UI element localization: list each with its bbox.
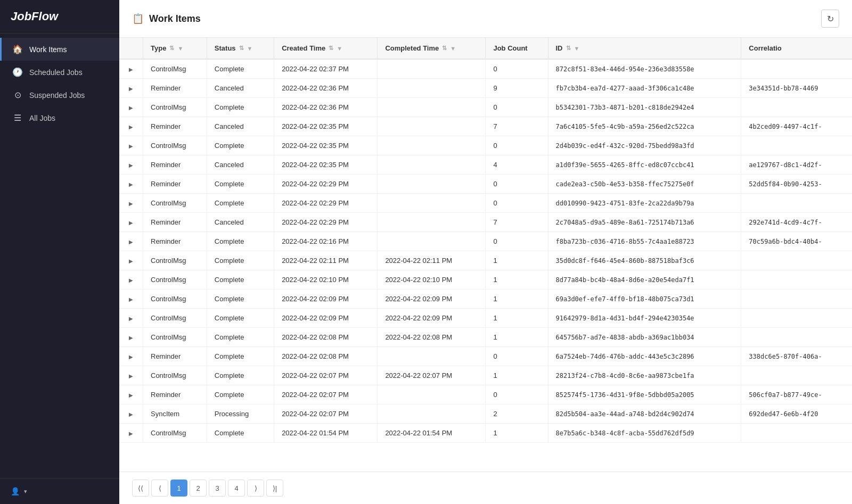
expand-button[interactable]: ▶ bbox=[127, 372, 135, 380]
expand-cell[interactable]: ▶ bbox=[119, 175, 143, 194]
pagination-page-3[interactable]: 3 bbox=[209, 480, 226, 497]
type-cell: Reminder bbox=[143, 155, 207, 175]
sidebar-item-label: Scheduled Jobs bbox=[29, 68, 83, 77]
expand-button[interactable]: ▶ bbox=[127, 180, 135, 188]
sort-icon[interactable]: ⇅ bbox=[169, 45, 174, 52]
status-cell: Complete bbox=[207, 232, 274, 251]
page-title: Work Items bbox=[149, 13, 201, 24]
col-type[interactable]: Type ⇅ ▼ bbox=[143, 38, 207, 59]
filter-icon[interactable]: ▼ bbox=[337, 45, 342, 52]
expand-cell[interactable]: ▶ bbox=[119, 385, 143, 404]
expand-button[interactable]: ▶ bbox=[127, 238, 135, 246]
expand-cell[interactable]: ▶ bbox=[119, 290, 143, 309]
expand-button[interactable]: ▶ bbox=[127, 410, 135, 418]
refresh-icon: ↻ bbox=[827, 14, 834, 24]
table-row: ▶ Reminder Complete 2022-04-22 02:29 PM … bbox=[119, 175, 852, 194]
expand-button[interactable]: ▶ bbox=[127, 142, 135, 150]
sort-icon[interactable]: ⇅ bbox=[329, 45, 333, 52]
table-body: ▶ ControlMsg Complete 2022-04-22 02:37 P… bbox=[119, 59, 852, 443]
expand-button[interactable]: ▶ bbox=[127, 276, 135, 284]
expand-button[interactable]: ▶ bbox=[127, 257, 135, 265]
created-time-cell: 2022-04-22 02:08 PM bbox=[274, 347, 378, 366]
status-cell: Canceled bbox=[207, 213, 274, 232]
expand-cell[interactable]: ▶ bbox=[119, 194, 143, 213]
sidebar: JobFlow 🏠 Work Items 🕐 Scheduled Jobs ⊙ … bbox=[0, 0, 119, 504]
table-row: ▶ ControlMsg Complete 2022-04-22 02:37 P… bbox=[119, 59, 852, 79]
pagination-page-4[interactable]: 4 bbox=[228, 480, 245, 497]
filter-icon[interactable]: ▼ bbox=[177, 45, 183, 52]
expand-cell[interactable]: ▶ bbox=[119, 79, 143, 98]
type-cell: SyncItem bbox=[143, 404, 207, 424]
col-id[interactable]: ID ⇅ ▼ bbox=[548, 38, 741, 59]
completed-time-cell bbox=[378, 98, 486, 117]
sidebar-item-label: Work Items bbox=[29, 45, 67, 54]
pagination-last-button[interactable]: ⟩| bbox=[266, 480, 283, 497]
created-time-cell: 2022-04-22 02:36 PM bbox=[274, 79, 378, 98]
expand-button[interactable]: ▶ bbox=[127, 334, 135, 342]
expand-cell[interactable]: ▶ bbox=[119, 424, 143, 443]
expand-button[interactable]: ▶ bbox=[127, 295, 135, 303]
expand-cell[interactable]: ▶ bbox=[119, 270, 143, 290]
table-header-row: Type ⇅ ▼ Status ⇅ ▼ bbox=[119, 38, 852, 59]
expand-cell[interactable]: ▶ bbox=[119, 309, 143, 328]
expand-button[interactable]: ▶ bbox=[127, 104, 135, 112]
expand-button[interactable]: ▶ bbox=[127, 85, 135, 93]
type-cell: ControlMsg bbox=[143, 251, 207, 270]
expand-button[interactable]: ▶ bbox=[127, 429, 135, 437]
expand-button[interactable]: ▶ bbox=[127, 219, 135, 227]
sort-icon[interactable]: ⇅ bbox=[442, 45, 447, 52]
sort-icon[interactable]: ⇅ bbox=[239, 45, 244, 52]
expand-button[interactable]: ▶ bbox=[127, 65, 135, 73]
expand-cell[interactable]: ▶ bbox=[119, 347, 143, 366]
status-cell: Complete bbox=[207, 385, 274, 404]
filter-icon[interactable]: ▼ bbox=[450, 45, 456, 52]
correlation-cell bbox=[741, 194, 852, 213]
expand-button[interactable]: ▶ bbox=[127, 353, 135, 361]
type-cell: ControlMsg bbox=[143, 309, 207, 328]
expand-cell[interactable]: ▶ bbox=[119, 404, 143, 424]
correlation-cell bbox=[741, 328, 852, 347]
expand-button[interactable]: ▶ bbox=[127, 315, 135, 323]
expand-cell[interactable]: ▶ bbox=[119, 59, 143, 79]
expand-button[interactable]: ▶ bbox=[127, 391, 135, 399]
expand-cell[interactable]: ▶ bbox=[119, 251, 143, 270]
pagination-prev-button[interactable]: ⟨ bbox=[151, 480, 168, 497]
pagination-first-button[interactable]: ⟨⟨ bbox=[132, 480, 149, 497]
type-cell: ControlMsg bbox=[143, 424, 207, 443]
col-status[interactable]: Status ⇅ ▼ bbox=[207, 38, 274, 59]
filter-icon[interactable]: ▼ bbox=[247, 45, 253, 52]
sidebar-item-work-items[interactable]: 🏠 Work Items bbox=[0, 38, 119, 61]
refresh-button[interactable]: ↻ bbox=[821, 10, 839, 28]
expand-button[interactable]: ▶ bbox=[127, 161, 135, 169]
sidebar-item-all-jobs[interactable]: ☰ All Jobs bbox=[0, 106, 119, 129]
expand-cell[interactable]: ▶ bbox=[119, 213, 143, 232]
completed-time-cell: 2022-04-22 02:08 PM bbox=[378, 328, 486, 347]
expand-button[interactable]: ▶ bbox=[127, 123, 135, 131]
expand-cell[interactable]: ▶ bbox=[119, 232, 143, 251]
id-cell: 35d0dc8f-f646-45e4-860b-887518baf3c6 bbox=[548, 251, 741, 270]
expand-cell[interactable]: ▶ bbox=[119, 328, 143, 347]
expand-cell[interactable]: ▶ bbox=[119, 117, 143, 136]
completed-time-cell bbox=[378, 117, 486, 136]
table-row: ▶ ControlMsg Complete 2022-04-22 01:54 P… bbox=[119, 424, 852, 443]
table-container: Type ⇅ ▼ Status ⇅ ▼ bbox=[119, 38, 852, 472]
user-menu[interactable]: 👤 ▾ bbox=[0, 478, 119, 504]
pagination-page-2[interactable]: 2 bbox=[190, 480, 207, 497]
expand-cell[interactable]: ▶ bbox=[119, 136, 143, 155]
expand-cell[interactable]: ▶ bbox=[119, 155, 143, 175]
sidebar-item-scheduled-jobs[interactable]: 🕐 Scheduled Jobs bbox=[0, 61, 119, 84]
sort-icon[interactable]: ⇅ bbox=[566, 45, 571, 52]
table-row: ▶ ControlMsg Complete 2022-04-22 02:35 P… bbox=[119, 136, 852, 155]
col-created-time[interactable]: Created Time ⇅ ▼ bbox=[274, 38, 378, 59]
expand-button[interactable]: ▶ bbox=[127, 200, 135, 208]
expand-cell[interactable]: ▶ bbox=[119, 366, 143, 385]
col-completed-time[interactable]: Completed Time ⇅ ▼ bbox=[378, 38, 486, 59]
pagination-page-1[interactable]: 1 bbox=[170, 480, 187, 497]
created-time-cell: 2022-04-22 02:35 PM bbox=[274, 155, 378, 175]
pagination-next-button[interactable]: ⟩ bbox=[247, 480, 264, 497]
filter-icon[interactable]: ▼ bbox=[574, 45, 580, 52]
user-icon: 👤 bbox=[11, 487, 20, 495]
col-job-count-label: Job Count bbox=[493, 44, 527, 52]
expand-cell[interactable]: ▶ bbox=[119, 98, 143, 117]
sidebar-item-suspended-jobs[interactable]: ⊙ Suspended Jobs bbox=[0, 84, 119, 106]
